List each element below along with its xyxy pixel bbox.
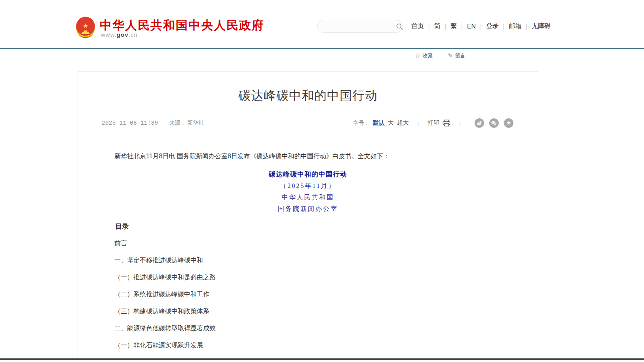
fontsize-default-button[interactable]: 默认 [373,119,385,127]
doc-org-line2: 国务院新闻办公室 [78,205,538,213]
fontsize-xlarge-button[interactable]: 超大 [397,119,409,127]
message-button[interactable]: ✎ 留言 [448,52,465,59]
header-divider [0,48,644,49]
share-star-icon: ★ [506,120,511,125]
nav-separator: | [480,23,482,30]
source-group: 来源： 新华社 [169,119,204,127]
nav-mail[interactable]: 邮箱 [508,22,522,30]
page: ★ 中华人民共和国中央人民政府 www.gov.cn 首页 | 简 | 繁 | … [0,0,644,362]
share-group: ★ [469,118,513,128]
nav-english[interactable]: EN [466,23,477,30]
emblem-gate-icon [81,30,90,34]
nav-simplified[interactable]: 简 [433,22,441,30]
nav-separator: | [526,23,527,30]
doc-date: （2025年11月） [78,182,538,190]
site-url-gov: gov [117,31,129,38]
publish-date: 2025-11-08 11:39 [102,120,158,126]
search-box [317,20,403,33]
nav-traditional[interactable]: 繁 [450,22,458,30]
doc-title: 碳达峰碳中和的中国行动 [78,170,538,179]
article-tools: ☆ 收藏 ✎ 留言 [415,52,481,59]
doc-org-line1: 中华人民共和国 [78,193,538,202]
nav-separator: | [428,23,430,30]
fontsize-label: 字号： [353,119,370,127]
print-label: 打印 [427,119,439,127]
toc-item-2: 二、能源绿色低碳转型取得显著成效 [102,324,513,333]
national-emblem-logo[interactable]: ★ [76,17,95,38]
pencil-icon: ✎ [448,53,453,59]
search-input[interactable] [324,23,395,30]
toc-item-preface: 前言 [102,239,513,248]
weibo-share-icon[interactable] [475,118,484,128]
nav-separator: | [445,23,446,30]
site-header: ★ 中华人民共和国中央人民政府 www.gov.cn 首页 | 简 | 繁 | … [0,0,644,48]
article-container: 碳达峰碳中和的中国行动 2025-11-08 11:39 来源： 新华社 字号：… [78,71,538,362]
nav-separator: | [461,23,463,30]
meta-right-tools: 字号： 默认 大 超大 | 打印 | [353,118,513,128]
article-title: 碳达峰碳中和的中国行动 [78,87,538,104]
nav-home[interactable]: 首页 [410,22,425,30]
source-value[interactable]: 新华社 [187,119,204,126]
toc-item-1-1: （一）推进碳达峰碳中和是必由之路 [102,273,513,282]
site-url-cn: .cn [129,31,138,38]
print-button[interactable]: 打印 [427,119,450,127]
favorite-button[interactable]: ☆ 收藏 [415,52,433,59]
search-icon[interactable] [395,23,403,30]
printer-icon [443,119,450,127]
emblem-star-icon: ★ [82,23,88,29]
viewport-bottom-divider [0,358,644,360]
site-url-www: www. [101,31,117,38]
fontsize-large-button[interactable]: 大 [388,119,394,127]
toc-item-1: 一、坚定不移推进碳达峰碳中和 [102,256,513,265]
message-label: 留言 [455,52,465,59]
nav-accessibility[interactable]: 无障碍 [531,22,551,30]
favorite-label: 收藏 [422,52,433,59]
lead-paragraph: 新华社北京11月8日电 国务院新闻办公室8日发布《碳达峰碳中和的中国行动》白皮书… [102,152,513,161]
meta-separator: | [459,120,461,126]
article-meta-bar: 2025-11-08 11:39 来源： 新华社 字号： 默认 大 超大 | 打… [102,116,513,130]
star-outline-icon: ☆ [415,53,420,59]
wechat-share-icon[interactable] [489,118,499,128]
qzone-share-icon[interactable]: ★ [504,118,513,128]
source-label: 来源： [169,119,186,126]
meta-separator: | [418,120,419,126]
nav-separator: | [503,23,505,30]
toc-item-1-3: （三）构建碳达峰碳中和政策体系 [102,307,513,316]
top-nav: 首页 | 简 | 繁 | EN | 登录 | 邮箱 | 无障碍 [410,22,551,30]
site-url: www.gov.cn [101,31,138,38]
toc-item-1-2: （二）系统推进碳达峰碳中和工作 [102,290,513,299]
toc-heading: 目录 [102,222,129,231]
nav-login[interactable]: 登录 [485,22,500,30]
toc-item-2-1: （一）非化石能源实现跃升发展 [102,341,513,350]
